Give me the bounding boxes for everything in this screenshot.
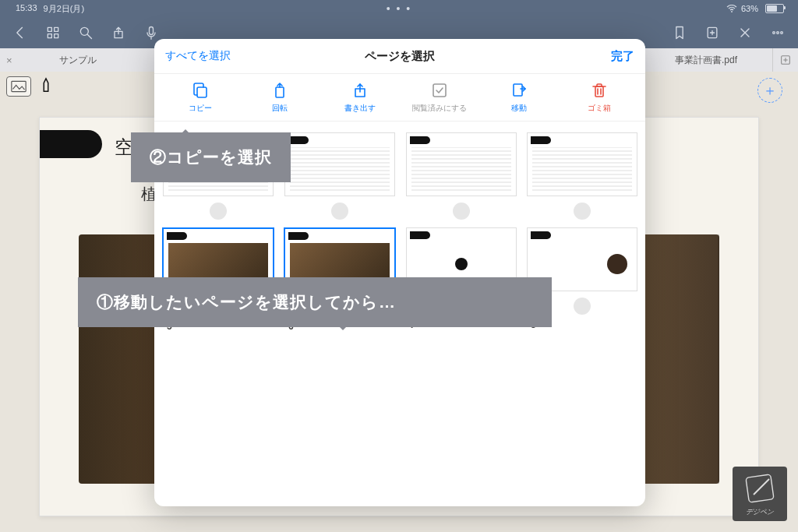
action-label: ゴミ箱	[588, 103, 611, 114]
action-mark-read: 閲覧済みにする	[407, 81, 472, 114]
close-tab-icon[interactable]: ×	[6, 55, 12, 66]
svg-rect-3	[48, 34, 51, 38]
trash-icon	[590, 81, 609, 100]
doc-toolbar	[6, 76, 53, 97]
action-label: 移動	[511, 103, 527, 114]
wifi-icon	[726, 5, 737, 12]
svg-line-33	[754, 479, 769, 495]
tab-sample[interactable]: × サンプル	[0, 48, 157, 72]
callout-copy: ②コピーを選択	[131, 132, 291, 182]
pen-tool-icon[interactable]	[39, 77, 53, 96]
modal-title: ページを選択	[365, 49, 435, 64]
share-icon[interactable]	[111, 25, 126, 41]
tab-label: 事業計画書.pdf	[675, 54, 737, 67]
mic-icon[interactable]	[143, 25, 159, 41]
action-label: 閲覧済みにする	[412, 103, 467, 114]
callout-select-page: ①移動したいページを選択してから…	[78, 277, 552, 327]
action-copy[interactable]: コピー	[168, 81, 233, 114]
battery-icon	[762, 4, 784, 13]
thumbnail-checkbox[interactable]	[574, 298, 591, 315]
action-rotate[interactable]: 回転	[247, 81, 312, 114]
watermark-label: デジペン	[746, 507, 774, 517]
svg-rect-9	[150, 27, 154, 35]
svg-point-5	[80, 27, 88, 35]
svg-rect-22	[12, 81, 26, 91]
status-bar: 15:33 9月2日(月) • • • 63%	[0, 0, 798, 17]
svg-rect-4	[55, 34, 58, 38]
heading-tab-shape	[40, 130, 102, 158]
svg-point-17	[777, 32, 779, 34]
svg-rect-24	[276, 87, 284, 97]
svg-rect-23	[197, 87, 207, 97]
page-thumbnail[interactable]	[284, 132, 396, 220]
status-dots: • • •	[387, 2, 411, 15]
export-icon	[351, 81, 369, 100]
check-icon	[430, 81, 449, 100]
done-button[interactable]: 完了	[611, 49, 634, 64]
svg-point-16	[773, 32, 775, 34]
battery-percent: 63%	[741, 4, 758, 13]
move-icon	[510, 81, 528, 100]
viewport: 15:33 9月2日(月) • • • 63% × サンプル	[0, 0, 798, 532]
new-tab-icon[interactable]	[773, 54, 798, 66]
action-trash[interactable]: ゴミ箱	[567, 81, 632, 114]
copy-icon	[191, 81, 210, 100]
modal-action-bar: コピー 回転 書き出す 閲覧済みにする 移動 ゴミ箱	[154, 74, 645, 122]
modal-header: すべてを選択 ページを選択 完了	[154, 39, 645, 74]
bookmark-icon[interactable]	[672, 25, 687, 41]
action-label: コピー	[189, 103, 212, 114]
svg-point-18	[781, 32, 783, 34]
page-thumbnail[interactable]	[405, 132, 517, 220]
close-icon[interactable]	[737, 25, 753, 41]
action-export[interactable]: 書き出す	[327, 81, 393, 114]
svg-line-6	[88, 35, 92, 39]
rotate-icon	[270, 81, 289, 100]
action-move[interactable]: 移動	[486, 81, 552, 114]
new-page-icon[interactable]	[704, 25, 720, 41]
page-select-modal: すべてを選択 ページを選択 完了 コピー 回転 書き出す 閲覧済みにする	[154, 39, 645, 506]
thumbnail-checkbox[interactable]	[331, 203, 348, 220]
svg-rect-27	[433, 84, 446, 97]
action-label: 回転	[272, 103, 288, 114]
svg-rect-2	[55, 27, 58, 31]
image-tool-icon[interactable]	[6, 76, 31, 97]
page-thumbnail[interactable]	[526, 132, 637, 220]
svg-point-0	[731, 11, 733, 12]
thumbnail-checkbox[interactable]	[453, 203, 470, 220]
status-time: 15:33	[16, 3, 37, 15]
tab-business-plan[interactable]: 事業計画書.pdf	[639, 48, 773, 72]
svg-rect-1	[48, 27, 51, 31]
thumbnail-checkbox[interactable]	[574, 203, 591, 220]
add-element-button[interactable]: ＋	[757, 78, 782, 103]
status-date: 9月2日(月)	[44, 3, 85, 15]
action-label: 書き出す	[344, 103, 376, 114]
search-icon[interactable]	[78, 25, 94, 41]
more-icon[interactable]	[770, 25, 786, 41]
thumbnail-checkbox[interactable]	[210, 203, 227, 220]
select-all-button[interactable]: すべてを選択	[165, 49, 231, 63]
watermark: デジペン	[733, 467, 787, 521]
svg-rect-29	[595, 86, 603, 97]
svg-rect-28	[514, 84, 522, 96]
back-icon[interactable]	[12, 25, 28, 41]
grid-icon[interactable]	[45, 25, 61, 41]
tab-label: サンプル	[59, 54, 97, 67]
